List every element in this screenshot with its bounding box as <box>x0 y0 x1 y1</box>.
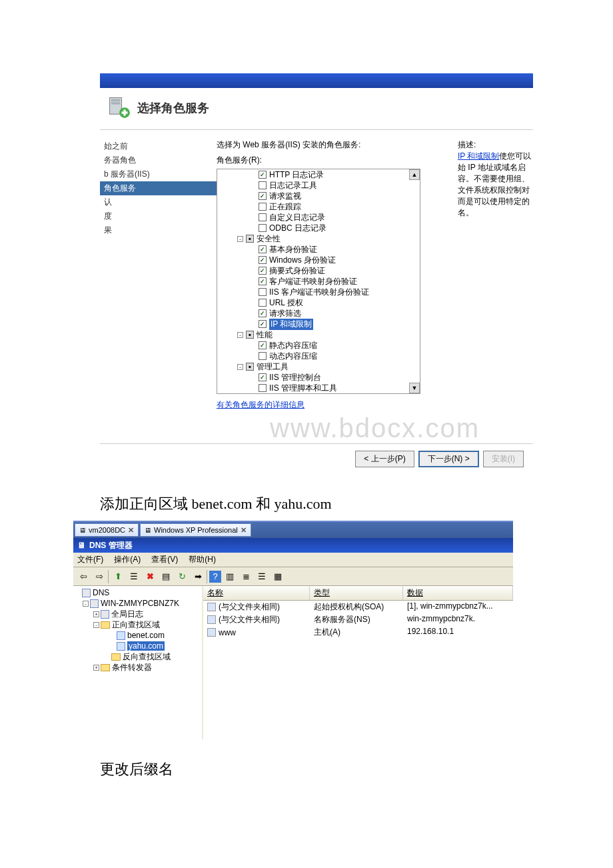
expand-toggle-icon[interactable]: - <box>83 601 89 607</box>
dns-tree-item[interactable]: -WIN-ZMMYPCBNZ7K <box>75 598 201 609</box>
checkbox[interactable] <box>259 384 267 392</box>
role-tree-item[interactable]: URL 授权 <box>217 297 420 308</box>
menu-item[interactable]: 帮助(H) <box>189 554 216 565</box>
checkbox[interactable] <box>259 203 267 211</box>
checkbox[interactable] <box>259 309 267 317</box>
role-tree-item[interactable]: 日志记录工具 <box>217 180 420 191</box>
show-hide-icon[interactable]: ☰ <box>127 569 141 584</box>
expand-toggle-icon[interactable]: + <box>93 665 99 671</box>
help-icon[interactable]: ? <box>209 571 221 583</box>
checkbox[interactable] <box>259 213 267 221</box>
close-icon[interactable]: ✕ <box>241 526 247 535</box>
menu-item[interactable]: 操作(A) <box>114 554 141 565</box>
checkbox[interactable] <box>259 299 267 307</box>
expand-toggle-icon[interactable]: - <box>237 364 243 370</box>
role-tree-item[interactable]: -安全性 <box>217 233 420 244</box>
dns-tree-item[interactable]: yahu.com <box>75 641 201 651</box>
dns-menubar[interactable]: 文件(F)操作(A)查看(V)帮助(H) <box>73 553 513 567</box>
dns-tree-item[interactable]: 反向查找区域 <box>75 651 201 662</box>
role-tree-item[interactable]: 摘要式身份验证 <box>217 265 420 276</box>
role-tree-item[interactable]: 客户端证书映射身份验证 <box>217 276 420 287</box>
role-tree-item[interactable]: 动态内容压缩 <box>217 351 420 361</box>
menu-item[interactable]: 查看(V) <box>151 554 178 565</box>
role-tree-item[interactable]: 管理服务 <box>217 393 420 394</box>
wizard-sidebar-item[interactable]: 角色服务 <box>100 181 217 195</box>
up-icon[interactable]: ⬆ <box>111 569 125 584</box>
role-tree-item[interactable]: -管理工具 <box>217 361 420 372</box>
close-icon[interactable]: ✕ <box>128 526 134 535</box>
role-tree-item[interactable]: Windows 身份验证 <box>217 255 420 265</box>
checkbox[interactable] <box>259 352 267 360</box>
checkbox[interactable] <box>259 224 267 232</box>
prev-button[interactable]: < 上一步(P) <box>355 451 414 467</box>
col-data[interactable]: 数据 <box>403 586 513 600</box>
role-tree-item[interactable]: 正在跟踪 <box>217 201 420 212</box>
role-services-tree[interactable]: HTTP 日志记录日志记录工具请求监视正在跟踪自定义日志记录ODBC 日志记录-… <box>217 169 420 394</box>
export-icon[interactable]: ➡ <box>191 569 205 584</box>
role-tree-item[interactable]: -性能 <box>217 329 420 340</box>
toolbar-icon-2[interactable]: ≣ <box>239 569 253 584</box>
wizard-sidebar-item[interactable]: 务器角色 <box>100 153 217 167</box>
role-tree-item[interactable]: 请求监视 <box>217 191 420 201</box>
next-button[interactable]: 下一步(N) > <box>418 451 479 467</box>
back-icon[interactable]: ⇦ <box>76 569 91 584</box>
checkbox[interactable] <box>259 267 267 275</box>
wizard-sidebar-item[interactable]: 始之前 <box>100 139 217 153</box>
checkbox[interactable] <box>246 331 254 339</box>
toolbar-icon-3[interactable]: ☰ <box>255 569 269 584</box>
checkbox[interactable] <box>259 320 267 328</box>
role-tree-item[interactable]: IIS 客户端证书映射身份验证 <box>217 287 420 297</box>
role-tree-item[interactable]: HTTP 日志记录 <box>217 169 420 180</box>
properties-icon[interactable]: ▤ <box>159 569 173 584</box>
wizard-sidebar-item[interactable]: 度 <box>100 209 217 223</box>
vm-tab[interactable]: 🖥Windows XP Professional✕ <box>140 523 251 537</box>
delete-icon[interactable]: ✖ <box>143 569 157 584</box>
scroll-down-button[interactable]: ▼ <box>409 383 420 393</box>
checkbox[interactable] <box>246 235 254 243</box>
dns-tree-item[interactable]: -正向查找区域 <box>75 619 201 630</box>
expand-toggle-icon[interactable]: - <box>237 236 243 242</box>
checkbox[interactable] <box>259 181 267 189</box>
dns-tree[interactable]: DNS-WIN-ZMMYPCBNZ7K+全局日志-正向查找区域benet.com… <box>73 586 203 739</box>
wizard-sidebar-item[interactable]: 认 <box>100 195 217 209</box>
expand-toggle-icon[interactable]: + <box>93 611 99 617</box>
expand-toggle-icon[interactable]: - <box>93 622 99 628</box>
wizard-sidebar-item[interactable]: 果 <box>100 223 217 237</box>
expand-toggle-icon[interactable]: - <box>237 332 243 338</box>
role-tree-item[interactable]: 请求筛选 <box>217 308 420 319</box>
menu-item[interactable]: 文件(F) <box>77 554 103 565</box>
checkbox[interactable] <box>259 192 267 200</box>
role-tree-item[interactable]: 基本身份验证 <box>217 244 420 255</box>
scroll-up-button[interactable]: ▲ <box>409 169 420 180</box>
dns-tree-item[interactable]: DNS <box>75 587 201 598</box>
checkbox[interactable] <box>259 373 267 381</box>
role-tree-item[interactable]: IIS 管理控制台 <box>217 372 420 383</box>
vm-tab[interactable]: 🖥vm2008DC✕ <box>75 523 139 537</box>
role-tree-item[interactable]: 静态内容压缩 <box>217 340 420 351</box>
dns-tree-item[interactable]: +条件转发器 <box>75 662 201 673</box>
role-tree-item[interactable]: IP 和域限制 <box>217 319 420 329</box>
dns-record-row[interactable]: (与父文件夹相同)起始授权机构(SOA)[1], win-zmmypcbnz7k… <box>203 601 513 613</box>
description-link[interactable]: IP 和域限制 <box>458 151 499 161</box>
role-tree-item[interactable]: 自定义日志记录 <box>217 212 420 223</box>
checkbox[interactable] <box>259 256 267 264</box>
forward-icon[interactable]: ⇨ <box>92 569 107 584</box>
dns-tree-item[interactable]: +全局日志 <box>75 609 201 619</box>
dns-record-row[interactable]: www主机(A)192.168.10.1 <box>203 626 513 639</box>
checkbox[interactable] <box>259 288 267 296</box>
dns-record-list[interactable]: 名称 类型 数据 (与父文件夹相同)起始授权机构(SOA)[1], win-zm… <box>203 586 513 739</box>
refresh-icon[interactable]: ↻ <box>175 569 189 584</box>
role-tree-item[interactable]: IIS 管理脚本和工具 <box>217 383 420 393</box>
wizard-sidebar-item[interactable]: b 服务器(IIS) <box>100 167 217 181</box>
role-tree-item[interactable]: ODBC 日志记录 <box>217 223 420 233</box>
col-type[interactable]: 类型 <box>310 586 403 600</box>
toolbar-icon-1[interactable]: ▥ <box>223 569 237 584</box>
more-info-link[interactable]: 有关角色服务的详细信息 <box>217 399 305 411</box>
dns-tree-item[interactable]: benet.com <box>75 630 201 641</box>
toolbar-icon-4[interactable]: ▦ <box>271 569 285 584</box>
dns-record-row[interactable]: (与父文件夹相同)名称服务器(NS)win-zmmypcbnz7k. <box>203 613 513 626</box>
checkbox[interactable] <box>259 245 267 253</box>
checkbox[interactable] <box>259 171 267 179</box>
checkbox[interactable] <box>259 277 267 285</box>
dns-column-headers[interactable]: 名称 类型 数据 <box>203 586 513 601</box>
